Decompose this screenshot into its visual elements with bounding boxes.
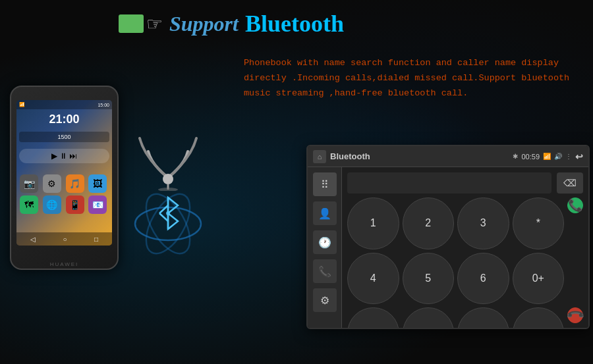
dial-8[interactable]: 8 — [403, 307, 455, 329]
phone-status-bar: 📶 15:00 — [16, 100, 112, 109]
dialer-grid: 1 2 3 * 📞 4 5 6 0+ 📞 7 8 9 # — [347, 197, 583, 329]
app-2: 📧 — [88, 195, 107, 214]
phone-time: 21:00 — [16, 113, 112, 126]
phone-apps-grid: 📷 ⚙ 🎵 🖼 🗺 🌐 📱 📧 — [16, 169, 112, 219]
green-rectangle — [119, 14, 144, 33]
dial-hash[interactable]: # — [513, 307, 565, 329]
sidebar-settings[interactable]: ⚙ — [313, 288, 337, 312]
sidebar-phone[interactable]: 📞 — [313, 259, 337, 283]
car-home-btn[interactable]: ⌂ — [313, 150, 326, 163]
app-maps: 🗺 — [20, 195, 38, 214]
hand-pointer-icon: ☞ — [146, 13, 163, 35]
phone-mockup: 📶 15:00 21:00 1500 ▶ ⏸ ⏭ 📷 ⚙ 🎵 🖼 🗺 🌐 📱 — [10, 86, 119, 270]
dialer-display-row: ⌫ — [347, 172, 583, 194]
svg-point-11 — [166, 211, 170, 215]
car-screen-body: ⠿ 👤 🕐 📞 ⚙ ⌫ 1 2 3 * — [308, 167, 588, 328]
bluetooth-label: Bluetooth — [245, 10, 344, 38]
phone-screen: 📶 15:00 21:00 1500 ▶ ⏸ ⏭ 📷 ⚙ 🎵 🖼 🗺 🌐 📱 — [16, 100, 112, 246]
call-button[interactable]: 📞 — [567, 197, 583, 213]
back-icon[interactable]: ↩ — [575, 151, 583, 162]
dial-4[interactable]: 4 — [347, 253, 399, 305]
bluetooth-logo — [125, 171, 211, 257]
dial-1[interactable]: 1 — [347, 197, 399, 249]
end-call-button[interactable]: 📞 — [567, 307, 583, 323]
app-music: 🎵 — [66, 174, 84, 193]
car-header-icons: ✱ 00:59 📶 🔊 ⋮ ↩ — [513, 151, 583, 162]
dial-3[interactable]: 3 — [457, 197, 509, 249]
car-screen-header: ⌂ Bluetooth ✱ 00:59 📶 🔊 ⋮ ↩ — [308, 146, 588, 167]
dial-9[interactable]: 9 — [457, 307, 509, 329]
svg-marker-7 — [168, 213, 178, 229]
app-1: 📱 — [66, 195, 84, 214]
sidebar-dialpad[interactable]: ⠿ — [313, 172, 337, 196]
car-sidebar: ⠿ 👤 🕐 📞 ⚙ — [308, 167, 342, 328]
app-settings: ⚙ — [43, 174, 61, 193]
sidebar-recent[interactable]: 🕐 — [313, 230, 337, 254]
car-header-time: 00:59 — [521, 153, 540, 161]
dial-5[interactable]: 5 — [403, 253, 455, 305]
dial-star[interactable]: * — [513, 197, 565, 249]
signal-icon: 📶 — [543, 153, 551, 160]
app-camera: 📷 — [20, 174, 38, 193]
header-section: ☞ Support Bluetooth — [119, 10, 344, 38]
dial-zero-plus[interactable]: 0+ — [513, 253, 565, 305]
dial-6[interactable]: 6 — [457, 253, 509, 305]
support-label: Support — [169, 12, 239, 36]
description-text: Phonebook with name search function and … — [244, 56, 573, 101]
phone-brand-label: HUAWEI — [11, 261, 117, 267]
phone-bottom-bar: ◁ ○ □ — [16, 232, 112, 246]
dialer-display — [347, 172, 551, 194]
volume-icon: 🔊 — [554, 153, 562, 160]
dial-2[interactable]: 2 — [403, 197, 455, 249]
app-browser: 🌐 — [43, 195, 61, 214]
car-android-screen: ⌂ Bluetooth ✱ 00:59 📶 🔊 ⋮ ↩ ⠿ 👤 🕐 📞 ⚙ — [306, 145, 590, 329]
app-gallery: 🖼 — [88, 174, 107, 193]
backspace-button[interactable]: ⌫ — [557, 172, 583, 194]
bt-header-icon: ✱ — [513, 153, 518, 160]
dialer-panel: ⌫ 1 2 3 * 📞 4 5 6 0+ 📞 7 — [342, 167, 588, 328]
dial-7[interactable]: 7 — [347, 307, 399, 329]
sidebar-contacts[interactable]: 👤 — [313, 201, 337, 225]
car-screen-title: Bluetooth — [330, 151, 509, 161]
support-icon-group: ☞ — [119, 13, 163, 35]
menu-icon[interactable]: ⋮ — [565, 153, 572, 160]
